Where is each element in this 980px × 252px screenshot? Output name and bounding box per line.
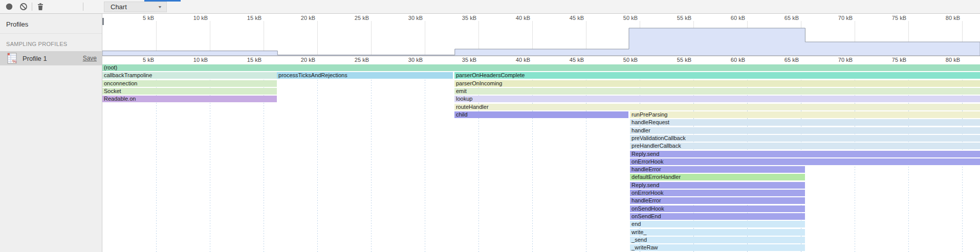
flame-chart[interactable]: (root)callbackTrampolineprocessTicksAndR…: [102, 64, 980, 252]
ruler-tick-label: 45 kB: [570, 15, 584, 21]
ruler-tick-label: 10 kB: [193, 57, 208, 63]
allocation-overview[interactable]: 5 kB10 kB15 kB20 kB25 kB30 kB35 kB40 kB4…: [102, 14, 980, 56]
save-link[interactable]: Save: [83, 55, 97, 62]
ruler-tick-label: 65 kB: [785, 15, 799, 21]
flame-bar-handleerror[interactable]: handleError: [630, 166, 805, 173]
gridline: [371, 64, 372, 252]
ruler-tick-label: 55 kB: [677, 15, 691, 21]
toolbar-separator: [83, 3, 83, 11]
ruler-tick-label: 55 kB: [677, 57, 691, 63]
svg-text:%: %: [12, 59, 16, 64]
flame-bar-writeraw[interactable]: _writeRaw: [630, 244, 805, 251]
delete-profile-button[interactable]: [33, 0, 48, 13]
toolbar-separator: [32, 3, 32, 11]
ruler-tick-label: 50 kB: [623, 15, 638, 21]
flame-bar-onsendend[interactable]: onSendEnd: [630, 213, 805, 220]
flame-bar-onsendhook[interactable]: onSendHook: [630, 205, 805, 212]
ruler-tick-label: 20 kB: [301, 57, 315, 63]
chart-pane: 5 kB10 kB15 kB20 kB25 kB30 kB35 kB40 kB4…: [102, 14, 980, 252]
ruler-tick-label: 25 kB: [355, 15, 369, 21]
ruler-tick-label: 30 kB: [408, 57, 423, 63]
clear-button[interactable]: [16, 0, 31, 13]
flame-bar-socket[interactable]: Socket: [102, 88, 277, 95]
flame-bar-runpreparsing[interactable]: runPreParsing: [630, 111, 980, 118]
ruler-tick-label: 5 kB: [143, 15, 154, 21]
view-mode-select[interactable]: Chart ▼: [104, 2, 167, 12]
flame-bar-onerrorhook[interactable]: onErrorHook: [630, 190, 805, 196]
flame-bar-processticksandrejections[interactable]: processTicksAndRejections: [277, 72, 453, 79]
view-mode-value: Chart: [111, 3, 158, 11]
flame-bar-onconnection[interactable]: onconnection: [102, 80, 277, 87]
ruler-tick-label: 30 kB: [408, 15, 423, 21]
flame-bar-reply-send[interactable]: Reply.send: [630, 182, 805, 189]
flame-bar-handleerror[interactable]: handleError: [630, 197, 805, 204]
flame-bar-readable-on[interactable]: Readable.on: [102, 96, 277, 102]
flame-bar-prevalidationcallback[interactable]: preValidationCallback: [630, 135, 980, 142]
ruler-tick-label: 5 kB: [143, 57, 154, 63]
ruler-tick-label: 75 kB: [892, 15, 906, 21]
ruler-tick-label: 70 kB: [838, 57, 853, 63]
record-icon: [5, 3, 13, 11]
flame-bar-onerrorhook[interactable]: onErrorHook: [630, 158, 980, 165]
toolbar: Chart ▼: [0, 0, 980, 14]
ruler-tick-label: 35 kB: [462, 57, 476, 63]
ruler-tick-label: 40 kB: [516, 15, 530, 21]
flame-bar-parseronheaderscomplete[interactable]: parserOnHeadersComplete: [454, 72, 980, 79]
ruler-tick-label: 65 kB: [785, 57, 799, 63]
ruler-tick-label: 20 kB: [301, 15, 315, 21]
ruler-tick-label: 15 kB: [247, 57, 262, 63]
ruler-tick-label: 80 kB: [946, 15, 960, 21]
gridline: [425, 64, 425, 252]
flame-bar-emit[interactable]: emit: [454, 88, 980, 95]
ruler-tick-label: 80 kB: [946, 57, 960, 63]
no-entry-icon: [19, 3, 28, 11]
flame-bar-handlerequest[interactable]: handleRequest: [630, 119, 980, 126]
devtools-memory-profiler: Chart ▼ Profiles SAMPLING PROFILES % Pro…: [0, 0, 980, 252]
ruler-tick-label: 40 kB: [516, 57, 530, 63]
ruler-tick-label: 15 kB: [247, 15, 262, 21]
flame-ruler: 5 kB10 kB15 kB20 kB25 kB30 kB35 kB40 kB4…: [102, 56, 980, 64]
sidebar: Profiles SAMPLING PROFILES % Profile 1 S…: [0, 14, 102, 252]
record-button[interactable]: [2, 0, 16, 13]
profile-name: Profile 1: [23, 55, 83, 62]
sampling-profiles-label: SAMPLING PROFILES: [0, 34, 102, 51]
flame-bar-reply-send[interactable]: Reply.send: [630, 151, 980, 157]
profile-icon: %: [7, 53, 17, 64]
overview-drag-handle[interactable]: [102, 18, 104, 25]
flame-bar-child[interactable]: child: [454, 111, 628, 118]
ruler-tick-label: 10 kB: [193, 15, 208, 21]
ruler-tick-label: 35 kB: [462, 15, 476, 21]
ruler-tick-label: 45 kB: [570, 57, 584, 63]
ruler-tick-label: 70 kB: [838, 15, 853, 21]
flame-bar-lookup[interactable]: lookup: [454, 96, 980, 102]
flame-bar-defaulterrorhandler[interactable]: defaultErrorHandler: [630, 174, 805, 180]
flame-bar-root[interactable]: (root): [102, 64, 980, 71]
ruler-tick-label: 25 kB: [355, 57, 369, 63]
trash-icon: [36, 3, 45, 11]
profiles-header: Profiles: [0, 14, 102, 34]
ruler-tick-label: 75 kB: [892, 57, 906, 63]
flame-bar-callbacktrampoline[interactable]: callbackTrampoline: [102, 72, 277, 79]
flame-bar-send[interactable]: _send: [630, 237, 805, 243]
sidebar-item-profile-1[interactable]: % Profile 1 Save: [0, 51, 102, 65]
flame-bar-prehandlercallback[interactable]: preHandlerCallback: [630, 143, 980, 149]
ruler-tick-label: 60 kB: [731, 15, 745, 21]
flame-bar-write[interactable]: write_: [630, 229, 805, 236]
flame-bar-parseronincoming[interactable]: parserOnIncoming: [454, 80, 980, 87]
ruler-tick-label: 50 kB: [623, 57, 638, 63]
gridline: [317, 64, 318, 252]
ruler-tick-label: 60 kB: [731, 57, 745, 63]
flame-bar-handler[interactable]: handler: [630, 127, 980, 134]
flame-bar-routehandler[interactable]: routeHandler: [454, 104, 980, 110]
flame-bar-end[interactable]: end: [630, 221, 805, 227]
chevron-down-icon: ▼: [158, 5, 162, 9]
